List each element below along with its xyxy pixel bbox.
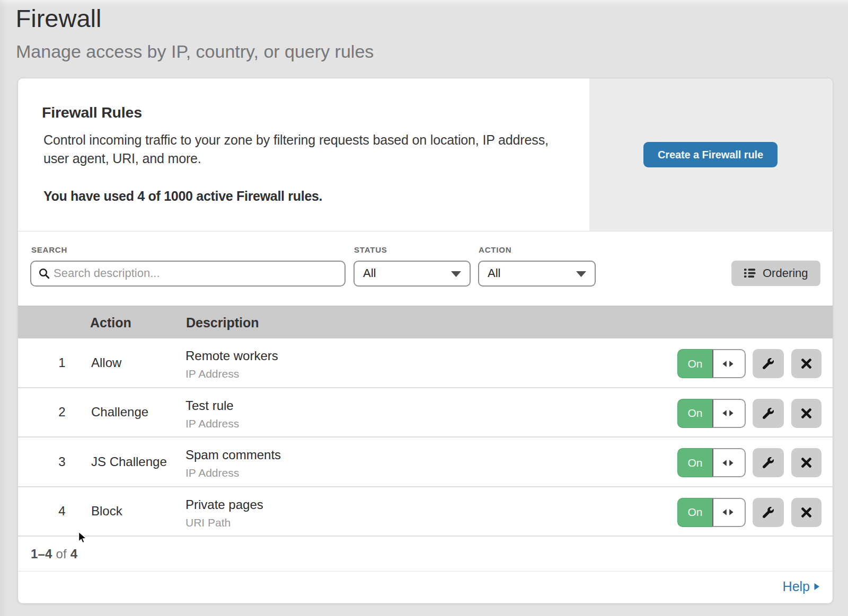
toggle-arrows-icon [722,509,734,515]
edit-rule-button[interactable] [753,498,784,527]
table-row: 2 Challenge Test rule IP Address On [18,388,833,438]
search-label: SEARCH [31,246,67,254]
action-select[interactable]: All [478,261,596,287]
toggle-handle[interactable] [712,399,746,428]
ordering-list-icon [744,269,756,278]
toggle-on-label: On [677,448,712,477]
rule-description: Remote workers IP Address [186,349,278,381]
wrench-icon [763,358,774,369]
toggle-handle[interactable] [712,448,746,477]
edit-rule-button[interactable] [753,399,784,428]
action-label: ACTION [479,246,511,254]
toggle-on-label: On [677,349,712,378]
rule-priority: 2 [50,388,74,437]
delete-rule-button[interactable] [791,498,822,527]
toggle-handle[interactable] [712,349,746,378]
toggle-on-label: On [677,498,712,527]
rule-match-type: IP Address [186,466,281,480]
rule-toggle[interactable]: On [677,399,746,428]
edit-rule-button[interactable] [753,448,784,477]
rule-description: Private pages URI Path [186,497,263,530]
table-row: 1 Allow Remote workers IP Address On [18,338,833,388]
wrench-icon [763,408,774,419]
delete-rule-button[interactable] [791,399,822,428]
firewall-rules-card: Create a Firewall rule Firewall Rules Co… [17,78,833,604]
ordering-label: Ordering [763,266,808,280]
table-header: Action Description [18,306,833,338]
rule-toggle[interactable]: On [677,498,746,527]
edit-rule-button[interactable] [753,349,784,378]
help-label: Help [783,580,810,593]
rule-action: JS Challenge [91,438,167,486]
toggle-handle[interactable] [712,498,746,527]
search-icon [38,267,50,280]
toggle-arrows-icon [722,410,734,416]
usage-text: You have used 4 of 1000 active Firewall … [43,190,322,203]
filters-section: SEARCH STATUS All ACTION All [18,231,833,307]
pagination: 1–4 of 4 [18,537,833,571]
close-icon [801,507,811,517]
create-firewall-rule-button[interactable]: Create a Firewall rule [643,142,778,167]
card-title: Firewall Rules [42,105,142,120]
card-top-section: Create a Firewall rule Firewall Rules Co… [18,78,833,231]
rule-match-type: URI Path [186,516,263,530]
rules-table-body: 1 Allow Remote workers IP Address On [18,338,833,537]
table-row: 4 Block Private pages URI Path On [18,487,833,537]
page-title: Firewall [16,6,102,31]
rule-description-title: Test rule [186,398,239,413]
chevron-down-icon [576,271,587,278]
help-row: Help [18,571,833,604]
toggle-arrows-icon [722,460,734,466]
column-header-action: Action [90,316,131,329]
firewall-page: Firewall Manage access by IP, country, o… [0,0,848,616]
close-icon [801,359,811,369]
close-icon [801,458,811,468]
rule-description-title: Spam comments [186,448,281,462]
help-arrow-icon [814,583,820,591]
pagination-text: 1–4 of 4 [31,547,77,561]
rule-action: Allow [91,338,121,387]
column-header-description: Description [186,316,259,329]
status-select-value: All [363,266,376,280]
status-label: STATUS [354,246,387,254]
rule-priority: 3 [50,438,74,486]
rule-match-type: IP Address [186,417,239,431]
toggle-arrows-icon [722,361,734,367]
rule-priority: 4 [50,487,74,536]
rule-match-type: IP Address [186,367,278,381]
chevron-down-icon [450,271,462,278]
search-input-wrapper [30,261,346,287]
rule-toggle[interactable]: On [677,349,746,378]
search-input[interactable] [54,266,329,280]
table-row: 3 JS Challenge Spam comments IP Address … [18,438,833,487]
wrench-icon [763,507,774,518]
help-link[interactable]: Help [783,580,820,593]
create-rule-panel: Create a Firewall rule [589,78,833,231]
ordering-button[interactable]: Ordering [731,261,820,286]
page-subtitle: Manage access by IP, country, or query r… [16,42,374,60]
rule-description: Spam comments IP Address [186,448,281,480]
delete-rule-button[interactable] [791,349,822,378]
pagination-range: 1–4 [31,547,52,561]
rule-description-title: Private pages [186,497,263,512]
close-icon [801,408,811,418]
rule-priority: 1 [50,338,74,387]
rule-action: Block [91,487,122,536]
toggle-on-label: On [677,399,712,428]
rule-toggle[interactable]: On [677,448,746,477]
rule-description-title: Remote workers [186,349,278,363]
rule-description: Test rule IP Address [186,398,239,431]
rule-action: Challenge [91,388,148,437]
delete-rule-button[interactable] [791,448,822,477]
wrench-icon [763,457,774,468]
action-select-value: All [488,266,500,280]
status-select[interactable]: All [354,261,471,287]
pagination-total: 4 [70,547,78,561]
card-description: Control incoming traffic to your zone by… [43,131,576,168]
pagination-of: of [52,547,70,561]
